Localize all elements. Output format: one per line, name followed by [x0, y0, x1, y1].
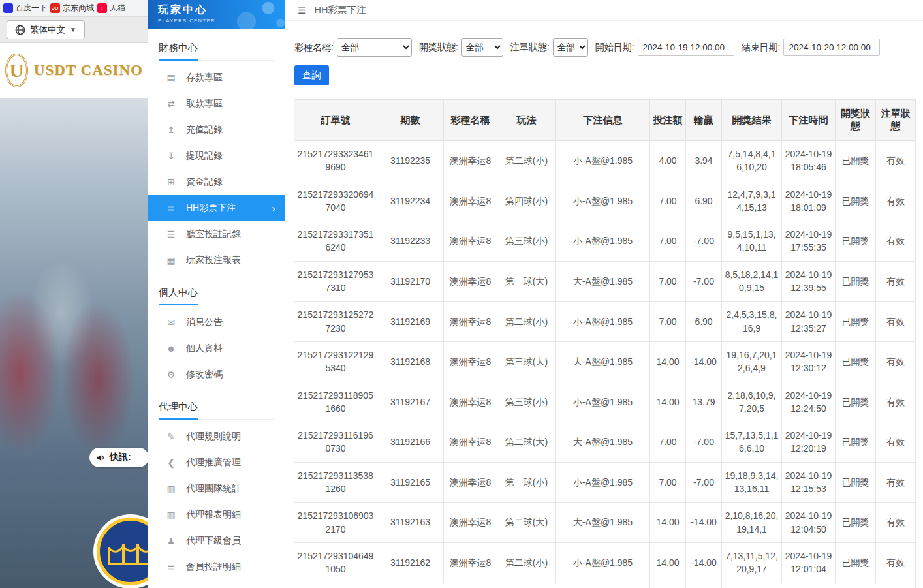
agent-team-stats-icon: ▥ [166, 484, 176, 494]
sidebar-item[interactable]: ▦玩家投注報表 [148, 247, 285, 273]
cell-draw-status: 已開獎 [836, 261, 876, 302]
cell-play-type: 第三球(小) [497, 221, 556, 262]
filter-lottery-name: 彩種名稱: 全部 [294, 38, 412, 57]
screen: 百度一下JD京东商城T天猫 繁体中文 ▼ U USDT CASINO 快訊: [0, 0, 923, 588]
bookmark-item[interactable]: T天猫 [97, 3, 125, 14]
sidebar: 玩家中心 PLAYERS CENTER 財務中心▤存款專區⇄取款專區↥充值記錄↧… [148, 0, 285, 588]
speaker-icon [96, 453, 106, 463]
cell-draw-result: 12,4,7,9,3,14,15,13 [722, 181, 782, 221]
cell-order-no: 2152172931221295340 [294, 341, 377, 382]
hamburger-menu-icon[interactable]: ☰ [298, 5, 306, 16]
cell-bet-amount: 14.00 [650, 542, 686, 583]
bookmark-item[interactable]: 百度一下 [3, 3, 47, 14]
sidebar-item-label: 消息公告 [186, 317, 223, 328]
cell-draw-result: 2,10,8,16,20,19,14,1 [722, 503, 782, 543]
cell-lottery-name: 澳洲幸运8 [444, 542, 497, 583]
table-row: 215217293317351624031192233澳洲幸运8第三球(小)小-… [294, 221, 916, 262]
cell-win-loss: -7.00 [686, 261, 722, 302]
sidebar-item[interactable]: ♟代理下級會員 [148, 528, 285, 554]
cell-win-loss: -14.00 [686, 542, 722, 583]
bets-table: 訂單號期數彩種名稱玩法下注信息投注額輸贏開獎結果下注時間開獎狀態注單狀態 215… [294, 99, 916, 588]
cell-lottery-name: 澳洲幸运8 [444, 302, 497, 342]
cell-bet-info: 小-A盤@1.985 [556, 181, 650, 221]
cell-lottery-name: 澳洲幸运8 [444, 141, 497, 181]
query-button[interactable]: 查詢 [294, 65, 329, 85]
cell-period: 31192168 [377, 341, 444, 382]
sidebar-item-label: 個人資料 [186, 343, 223, 354]
cell-draw-status: 已開獎 [836, 462, 876, 503]
cell-draw-result: 2,4,5,3,15,8,16,9 [722, 302, 782, 342]
cell-bet-time: 2024-10-19 12:20:19 [782, 422, 836, 463]
sidebar-item[interactable]: ▥代理團隊統計 [148, 476, 285, 502]
sidebar-item[interactable]: ⊞資金記錄 [148, 169, 285, 195]
cell-period: 31192167 [377, 382, 444, 422]
col-header-order-no: 訂單號 [294, 100, 377, 141]
agent-report-icon: ▥ [166, 510, 176, 520]
language-bar: 繁体中文 ▼ [0, 17, 148, 43]
cell-lottery-name: 澳洲幸运8 [444, 462, 497, 503]
start-date-input[interactable] [638, 39, 734, 56]
sidebar-item[interactable]: ☰廳室投註記錄 [148, 221, 285, 247]
cell-win-loss: -7.00 [686, 221, 722, 262]
lottery-bet-icon: ≣ [166, 203, 176, 213]
bookmark-item[interactable]: JD京东商城 [50, 3, 94, 14]
sidebar-item[interactable]: ✎代理規則說明 [148, 424, 285, 450]
table-row: 215217293113538126031192165澳洲幸运8第一球(小)小-… [294, 462, 916, 503]
sidebar-item-label: 廳室投註記錄 [186, 228, 241, 240]
cell-order-status: 有效 [876, 382, 916, 422]
sidebar-item[interactable]: ✉消息公告 [148, 309, 285, 335]
lottery-name-select[interactable]: 全部 [337, 38, 412, 57]
cell-play-type: 第二球(大) [497, 422, 556, 463]
sidebar-nav: 財務中心▤存款專區⇄取款專區↥充值記錄↧提現記錄⊞資金記錄≣HH彩票下注›☰廳室… [148, 42, 285, 588]
sidebar-item[interactable]: ≣HH彩票下注› [148, 195, 285, 221]
cell-order-no: 2152172931252727230 [294, 302, 377, 342]
end-date-input[interactable] [783, 39, 880, 56]
table-header-row: 訂單號期數彩種名稱玩法下注信息投注額輸贏開獎結果下注時間開獎狀態注單狀態 [294, 100, 916, 141]
sidebar-item[interactable]: ≣會員交易明細 [148, 580, 285, 588]
cell-draw-status: 已開獎 [836, 341, 876, 382]
recharge-record-icon: ↥ [166, 125, 176, 135]
language-selector-button[interactable]: 繁体中文 ▼ [7, 20, 85, 39]
sidebar-item[interactable]: ❮代理推廣管理 [148, 450, 285, 476]
cell-play-type: 第二球(小) [497, 302, 556, 342]
bookmark-label: 天猫 [110, 3, 125, 14]
cell-order-no: 2152172931161960730 [294, 422, 377, 463]
cell-win-loss: -14.00 [686, 341, 722, 382]
casino-brand: U USDT CASINO [0, 43, 148, 98]
cell-win-loss: 6.90 [686, 181, 722, 221]
sidebar-item[interactable]: ☻個人資料 [148, 335, 285, 362]
draw-status-select[interactable]: 全部 [461, 38, 503, 57]
sidebar-item[interactable]: ▥代理報表明細 [148, 502, 285, 528]
sidebar-title: 玩家中心 [158, 3, 285, 17]
cell-order-status: 有效 [876, 422, 916, 463]
cell-order-no: 2152172931069032170 [294, 503, 377, 543]
sidebar-item[interactable]: ↥充值記錄 [148, 117, 285, 143]
start-date-label: 開始日期: [595, 42, 634, 54]
cell-bet-info: 大-A盤@1.985 [556, 341, 650, 382]
sidebar-item-label: 取款專區 [186, 98, 223, 110]
cell-period: 31192165 [377, 462, 444, 503]
order-status-select[interactable]: 全部 [553, 38, 588, 57]
sidebar-item-label: 代理推廣管理 [186, 457, 241, 469]
sidebar-item[interactable]: ▤存款專區 [148, 65, 285, 91]
cell-draw-status: 已開獎 [836, 422, 876, 463]
cell-order-no: 2152172933234619690 [294, 141, 377, 181]
table-row: 215217293125272723031192169澳洲幸运8第二球(小)小-… [294, 302, 916, 342]
chevron-down-icon: ▼ [70, 26, 76, 33]
filter-order-status: 注單狀態: 全部 [510, 38, 588, 57]
cell-bet-info: 小-A盤@1.985 [556, 462, 650, 503]
cell-play-type: 第二球(小) [497, 542, 556, 583]
cell-bet-amount: 7.00 [650, 181, 686, 221]
cell-order-status: 有效 [876, 341, 916, 382]
sidebar-item-label: 代理團隊統計 [186, 483, 241, 495]
sidebar-item[interactable]: ≣會員投註明細 [148, 554, 285, 580]
cell-order-status: 有效 [876, 141, 916, 181]
cell-play-type: 第一球(小) [497, 462, 556, 503]
left-panel: 百度一下JD京东商城T天猫 繁体中文 ▼ U USDT CASINO 快訊: [0, 0, 148, 588]
filter-end-date: 結束日期: [742, 39, 881, 56]
cell-play-type: 第四球(小) [497, 181, 556, 221]
table-row: 215217293106903217031192163澳洲幸运8第二球(大)大-… [294, 503, 916, 543]
sidebar-item[interactable]: ↧提現記錄 [148, 143, 285, 169]
sidebar-item[interactable]: ⚙修改密碼 [148, 362, 285, 388]
sidebar-item[interactable]: ⇄取款專區 [148, 91, 285, 117]
